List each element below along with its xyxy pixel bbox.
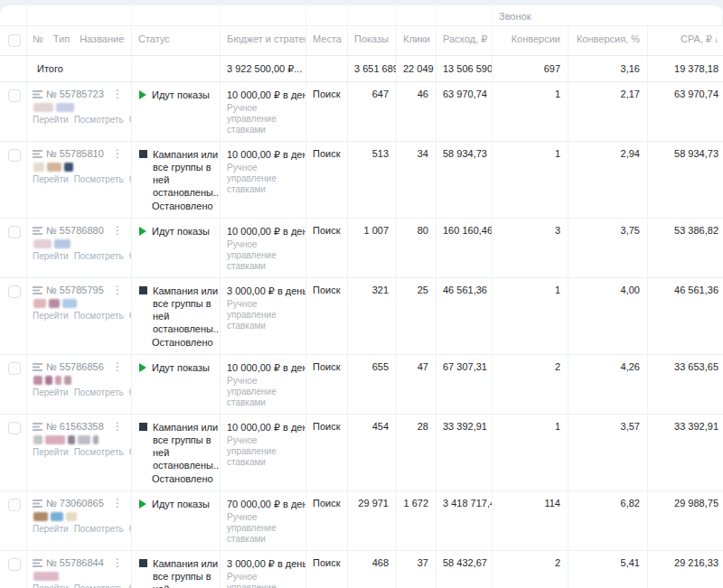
header-type[interactable]: Тип [53, 33, 70, 44]
places-cell: Поиск [306, 278, 348, 354]
row-checkbox[interactable] [8, 285, 21, 298]
row-link[interactable]: Посмотреть [74, 174, 124, 184]
row-checkbox[interactable] [8, 226, 21, 238]
header-number[interactable]: № [33, 33, 43, 44]
status-stop-icon [139, 150, 147, 158]
campaign-id[interactable]: № 55785795 [46, 285, 111, 295]
kebab-menu-icon[interactable]: ⋮ [111, 499, 124, 508]
header-budget[interactable]: Бюджет и стратегия [221, 26, 306, 55]
campaign-type-icon [33, 558, 42, 568]
strategy-label: Ручное управление ставками [227, 239, 297, 272]
row-checkbox[interactable] [8, 89, 21, 102]
redacted-name-blob [33, 239, 52, 248]
status-text: Кампания или все группы в ней остановлен… [153, 421, 221, 471]
header-clicks[interactable]: Клики [397, 26, 437, 55]
totals-row: Итого 3 922 500,00 ₽... 3 651 689 22 049… [0, 56, 723, 82]
table-row: № 55785795⋮ ПерейтиПосмотретьСтатистик. … [0, 278, 723, 355]
campaign-id[interactable]: № 73060865 [46, 498, 111, 509]
header-conv-rate[interactable]: Конверсия, % [568, 26, 648, 55]
row-link[interactable]: Перейти [33, 115, 69, 125]
row-link[interactable]: Посмотреть [74, 251, 124, 261]
row-link[interactable]: Перейти [33, 251, 69, 261]
header-name[interactable]: №ТипНазвание [27, 26, 132, 55]
redacted-name-blob [33, 435, 42, 444]
redacted-name-blob [64, 163, 73, 172]
row-link[interactable]: Посмотреть [74, 115, 124, 125]
cpa-cell: 58 934,73 [648, 142, 723, 218]
status-cell: Кампания или все группы в ней остановлен… [132, 142, 221, 218]
campaign-id[interactable]: № 55786856 [46, 361, 111, 372]
conv-rate-cell: 4,26 [568, 355, 648, 414]
row-checkbox[interactable] [8, 149, 21, 162]
spend-cell: 3 418 717,45 [437, 491, 493, 550]
row-link[interactable]: Перейти [33, 311, 69, 321]
conv-rate-cell: 3,57 [568, 415, 648, 490]
row-link[interactable]: Посмотреть [74, 524, 124, 534]
places-cell: Поиск [306, 219, 348, 277]
table-row: № 55785810⋮ ПерейтиПосмотретьСтатистик. … [0, 142, 723, 219]
campaign-id[interactable]: № 55785810 [46, 148, 111, 159]
campaign-id[interactable]: № 55786844 [46, 557, 111, 568]
campaign-id[interactable]: № 55786880 [46, 225, 111, 236]
header-cpa[interactable]: CPA, ₽↓ [648, 26, 723, 55]
row-link[interactable]: Перейти [33, 524, 69, 534]
table-body: № 55785723⋮ ПерейтиПосмотретьСтатистик. … [0, 82, 723, 588]
kebab-menu-icon[interactable]: ⋮ [111, 89, 124, 98]
row-link[interactable]: Перейти [33, 583, 69, 588]
row-link[interactable]: Перейти [33, 174, 69, 184]
budget-cell: 10 000,00 ₽ в день Ручное управление ста… [221, 142, 306, 218]
kebab-menu-icon[interactable]: ⋮ [111, 422, 124, 431]
row-link[interactable]: Посмотреть [74, 387, 124, 397]
header-status[interactable]: Статус [132, 26, 221, 55]
status-cell: Кампания или все группы в ней остановлен… [132, 551, 221, 588]
status-play-icon [139, 227, 146, 236]
row-checkbox[interactable] [8, 422, 21, 434]
campaign-id[interactable]: № 61563358 [46, 421, 111, 432]
spend-cell: 33 392,91 [437, 415, 493, 490]
conv-rate-cell: 4,00 [568, 278, 648, 354]
row-checkbox[interactable] [8, 362, 21, 375]
row-checkbox[interactable] [8, 499, 21, 511]
redacted-name-blob [33, 163, 44, 172]
header-shows[interactable]: Показы [348, 26, 397, 55]
status-text: Кампания или все группы в ней остановлен… [153, 285, 221, 335]
kebab-menu-icon[interactable]: ⋮ [111, 226, 124, 235]
header-places[interactable]: Места [306, 26, 348, 55]
sort-desc-icon: ↓ [714, 34, 718, 44]
kebab-menu-icon[interactable]: ⋮ [111, 149, 124, 158]
totals-conversions: 697 [493, 56, 568, 81]
row-link[interactable]: Посмотреть [74, 583, 124, 588]
redacted-name-blob [45, 435, 65, 444]
kebab-menu-icon[interactable]: ⋮ [111, 285, 124, 294]
row-link[interactable]: Посмотреть [74, 447, 124, 457]
totals-spend: 13 506 590,55 [437, 56, 493, 81]
table-row: № 55786880⋮ ПерейтиПосмотретьСтатистик. … [0, 219, 723, 278]
budget-value: 10 000,00 ₽ в день [227, 225, 298, 238]
campaign-id[interactable]: № 55785723 [46, 89, 111, 99]
kebab-menu-icon[interactable]: ⋮ [111, 362, 124, 371]
campaign-type-icon [33, 499, 42, 509]
row-link[interactable]: Перейти [33, 387, 69, 397]
campaign-cell: № 55786844⋮ ПерейтиПосмотретьСтатистик. [27, 551, 132, 588]
status-text: Идут показы [152, 89, 210, 101]
header-title[interactable]: Название [80, 33, 124, 44]
strategy-label: Ручное управление ставками [227, 572, 297, 588]
kebab-menu-icon[interactable]: ⋮ [111, 558, 124, 567]
row-checkbox[interactable] [8, 558, 21, 571]
select-all-checkbox[interactable] [8, 34, 21, 47]
status-play-icon [139, 363, 146, 372]
header-conversions[interactable]: Конверсии [493, 26, 568, 55]
row-link[interactable]: Посмотреть [74, 311, 124, 321]
budget-value: 3 000,00 ₽ в день [227, 285, 298, 297]
strategy-label: Ручное управление ставками [227, 163, 297, 195]
row-links: ПерейтиПосмотретьСтатистик. [33, 387, 124, 397]
budget-value: 3 000,00 ₽ в день [227, 557, 298, 570]
header-spend[interactable]: Расход, ₽ [437, 26, 493, 55]
campaign-cell: № 61563358⋮ ПерейтиПосмотретьСтатистик. [27, 415, 132, 490]
row-link[interactable]: Перейти [33, 447, 69, 457]
conversions-cell: 2 [493, 355, 568, 414]
strategy-label: Ручное управление ставками [227, 435, 297, 468]
places-cell: Поиск [306, 491, 348, 550]
budget-cell: 3 000,00 ₽ в день Ручное управление став… [221, 551, 306, 588]
status-stop-icon [139, 286, 147, 294]
